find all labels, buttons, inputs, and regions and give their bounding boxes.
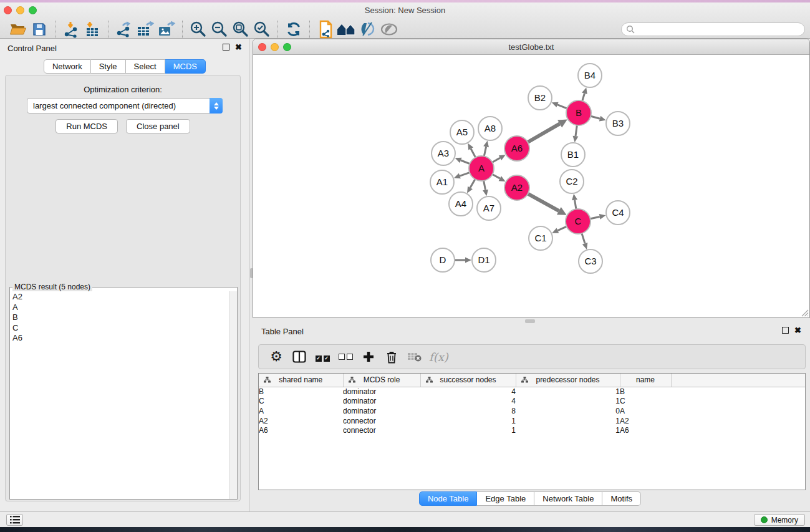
col-shared-name[interactable]: shared name: [259, 374, 343, 387]
delete-column-button[interactable]: [383, 347, 400, 366]
graph-node-B4[interactable]: B4: [578, 64, 602, 87]
network-window-titlebar[interactable]: testGlobe.txt: [253, 39, 809, 55]
graph-edge[interactable]: [471, 148, 475, 157]
graph-node-A[interactable]: A: [469, 156, 494, 181]
table-row[interactable]: A2connector11A2: [259, 416, 805, 426]
mcds-result-item[interactable]: A6: [12, 333, 234, 344]
task-history-button[interactable]: [6, 514, 23, 526]
zoom-out-button[interactable]: [209, 19, 230, 39]
result-scrollbar[interactable]: [229, 291, 237, 499]
graph-node-C1[interactable]: C1: [529, 226, 552, 250]
graph-edge[interactable]: [591, 116, 600, 118]
graph-node-C2[interactable]: C2: [560, 170, 584, 193]
graph-edge[interactable]: [575, 200, 576, 210]
graph-edge[interactable]: [484, 147, 486, 156]
table-row[interactable]: Adominator80A: [259, 406, 805, 416]
zoom-selected-button[interactable]: [251, 19, 272, 39]
mcds-result-list[interactable]: A2ABCA6: [10, 291, 237, 344]
import-table-button[interactable]: [82, 19, 103, 39]
export-network-button[interactable]: [113, 19, 135, 39]
search-input[interactable]: [635, 25, 797, 34]
col-mcds-role[interactable]: MCDS role: [343, 374, 420, 387]
close-table-panel-icon[interactable]: ✖: [794, 327, 801, 334]
col-predecessor-nodes[interactable]: predecessor nodes: [516, 374, 620, 387]
graph-node-D1[interactable]: D1: [472, 248, 496, 272]
table-settings-button[interactable]: ⚙: [268, 347, 285, 366]
select-all-button[interactable]: ✓✓: [314, 347, 331, 366]
graph-edge[interactable]: [528, 194, 559, 211]
graph-node-A3[interactable]: A3: [432, 142, 455, 165]
network-canvas[interactable]: B4B2BB3A8A5A6A3B1AC2A1A2A4A7C4CC1DD1C3: [253, 55, 809, 317]
graph-node-B[interactable]: B: [566, 100, 591, 125]
tab-select[interactable]: Select: [126, 59, 165, 74]
export-image-button[interactable]: [156, 19, 177, 39]
graph-node-A5[interactable]: A5: [450, 120, 474, 144]
graph-node-C[interactable]: C: [566, 209, 591, 234]
add-column-button[interactable]: [360, 347, 377, 366]
tab-node-table[interactable]: Node Table: [419, 491, 478, 506]
export-table-button[interactable]: [135, 19, 156, 39]
graph-node-A1[interactable]: A1: [430, 170, 454, 194]
function-builder-button[interactable]: f(x): [429, 347, 448, 366]
tab-network[interactable]: Network: [44, 59, 91, 74]
deselect-all-button[interactable]: [337, 347, 354, 366]
graph-node-B1[interactable]: B1: [561, 143, 585, 167]
show-columns-button[interactable]: [291, 347, 308, 366]
graph-edge[interactable]: [461, 160, 470, 164]
memory-button[interactable]: Memory: [754, 514, 805, 526]
float-panel-icon[interactable]: [223, 44, 229, 51]
import-network-button[interactable]: [60, 19, 82, 39]
mcds-result-item[interactable]: A: [12, 302, 234, 313]
run-mcds-button[interactable]: Run MCDS: [55, 119, 118, 133]
show-graphics-details-button[interactable]: [357, 19, 378, 39]
delete-table-button[interactable]: [406, 347, 423, 366]
horizontal-splitter-handle[interactable]: [525, 319, 535, 323]
optimization-criterion-select[interactable]: largest connected component (directed): [27, 98, 223, 114]
resize-grip-icon[interactable]: [799, 307, 809, 317]
graph-edge[interactable]: [576, 125, 577, 136]
col-name[interactable]: name: [620, 374, 671, 387]
tab-network-table[interactable]: Network Table: [534, 491, 602, 506]
tab-motifs[interactable]: Motifs: [602, 491, 641, 506]
graph-edge[interactable]: [492, 158, 500, 162]
tab-mcds[interactable]: MCDS: [165, 59, 206, 74]
graph-edge[interactable]: [470, 179, 475, 188]
open-session-button[interactable]: [7, 19, 29, 39]
graph-edge[interactable]: [460, 173, 470, 177]
graph-edge[interactable]: [557, 105, 567, 109]
new-network-from-selection-button[interactable]: [315, 19, 336, 39]
mcds-result-item[interactable]: C: [12, 323, 234, 334]
graph-edge[interactable]: [591, 216, 600, 218]
graph-edge[interactable]: [484, 181, 486, 190]
graph-node-A7[interactable]: A7: [477, 196, 501, 220]
table-row[interactable]: A6connector11A6: [259, 425, 805, 435]
close-panel-button[interactable]: Close panel: [126, 119, 190, 133]
save-session-button[interactable]: [29, 19, 50, 39]
float-table-panel-icon[interactable]: [782, 327, 789, 334]
graph-node-A6[interactable]: A6: [504, 136, 529, 161]
graph-node-B3[interactable]: B3: [606, 112, 630, 135]
show-hide-panels-button[interactable]: [336, 19, 357, 39]
graph-edge[interactable]: [528, 123, 559, 142]
mcds-result-item[interactable]: A2: [12, 292, 234, 302]
zoom-in-button[interactable]: [188, 19, 209, 39]
search-input-wrap[interactable]: [621, 22, 805, 36]
table-row[interactable]: Bdominator41B: [259, 387, 805, 397]
graph-node-B2[interactable]: B2: [528, 86, 552, 110]
zoom-fit-button[interactable]: [230, 19, 251, 39]
table-row[interactable]: Cdominator41C: [259, 397, 805, 407]
graph-edge[interactable]: [582, 94, 585, 101]
graph-node-A8[interactable]: A8: [478, 117, 502, 140]
tab-edge-table[interactable]: Edge Table: [477, 491, 534, 506]
close-panel-icon[interactable]: ✖: [235, 44, 242, 51]
col-successor-nodes[interactable]: successor nodes: [420, 374, 516, 387]
graph-node-D[interactable]: D: [431, 248, 455, 272]
refresh-button[interactable]: [283, 19, 304, 39]
tab-style[interactable]: Style: [91, 59, 126, 74]
show-hide-view-button[interactable]: [378, 19, 400, 39]
graph-edge[interactable]: [582, 233, 585, 243]
graph-edge[interactable]: [493, 175, 500, 179]
graph-node-C3[interactable]: C3: [579, 249, 602, 273]
graph-node-A4[interactable]: A4: [449, 192, 473, 216]
graph-node-A2[interactable]: A2: [504, 175, 529, 200]
